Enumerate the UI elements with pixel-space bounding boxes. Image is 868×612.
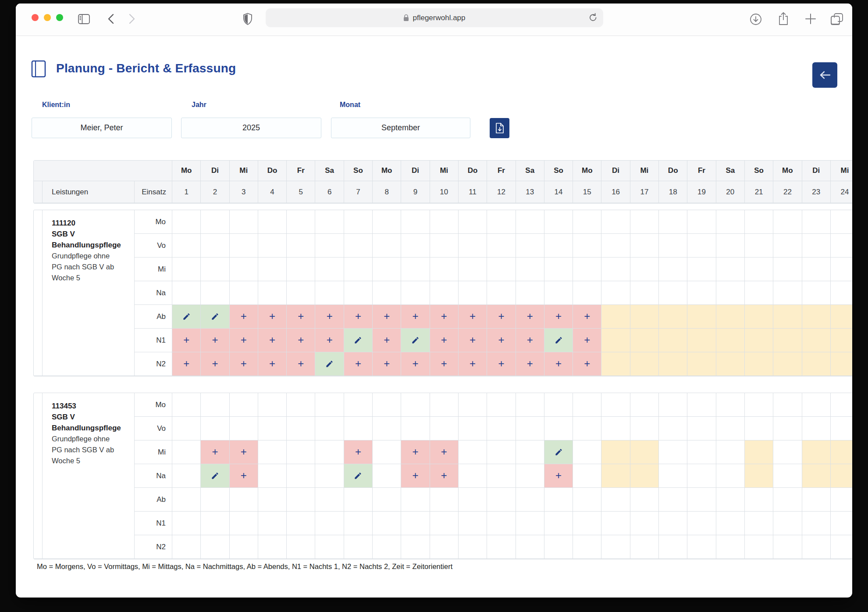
add-entry-cell-N2-day-1[interactable]: + xyxy=(172,352,201,376)
year-select[interactable]: 2025 xyxy=(181,118,321,138)
plus-icon: + xyxy=(470,311,476,322)
zoom-window-button[interactable] xyxy=(56,14,63,21)
edit-entry-cell-N1-day-14[interactable] xyxy=(544,329,573,352)
add-entry-cell-Mi-day-7[interactable]: + xyxy=(344,440,373,464)
empty-cell-Ab-day-21 xyxy=(745,488,773,512)
add-entry-cell-Mi-day-2[interactable]: + xyxy=(201,440,229,464)
empty-cell-Vo-day-14 xyxy=(544,417,573,440)
share-icon[interactable] xyxy=(778,12,789,26)
tab-overview-icon[interactable] xyxy=(830,13,843,25)
plus-icon: + xyxy=(183,335,189,346)
add-entry-cell-Ab-day-12[interactable]: + xyxy=(487,305,516,329)
edit-entry-cell-N1-day-7[interactable] xyxy=(344,329,373,352)
empty-cell-Ab-day-14 xyxy=(544,488,573,512)
add-entry-cell-N2-day-5[interactable]: + xyxy=(287,352,315,376)
add-entry-cell-Mi-day-10[interactable]: + xyxy=(430,440,459,464)
add-entry-cell-Ab-day-14[interactable]: + xyxy=(544,305,573,329)
sidebar-toggle-icon[interactable] xyxy=(78,14,90,24)
add-entry-cell-N2-day-2[interactable]: + xyxy=(201,352,229,376)
downloads-icon[interactable] xyxy=(750,13,762,25)
add-entry-cell-Ab-day-11[interactable]: + xyxy=(459,305,487,329)
add-entry-cell-N2-day-11[interactable]: + xyxy=(459,352,487,376)
add-entry-cell-N2-day-8[interactable]: + xyxy=(373,352,401,376)
empty-cell-Na-day-12 xyxy=(487,464,516,488)
reload-icon[interactable] xyxy=(589,13,598,25)
add-entry-cell-Mi-day-9[interactable]: + xyxy=(401,440,430,464)
browser-back-icon[interactable] xyxy=(108,14,114,24)
edit-entry-cell-Na-day-2[interactable] xyxy=(201,464,229,488)
browser-forward-icon[interactable] xyxy=(129,14,135,24)
add-entry-cell-N1-day-6[interactable]: + xyxy=(315,329,344,352)
empty-cell-Ab-day-23 xyxy=(802,488,831,512)
add-entry-cell-Ab-day-8[interactable]: + xyxy=(373,305,401,329)
einsatz-row-label-Mo: Mo xyxy=(135,210,172,234)
export-report-button[interactable] xyxy=(490,118,509,138)
add-entry-cell-N2-day-9[interactable]: + xyxy=(401,352,430,376)
add-entry-cell-N2-day-10[interactable]: + xyxy=(430,352,459,376)
close-window-button[interactable] xyxy=(32,14,39,21)
edit-entry-cell-N2-day-6[interactable] xyxy=(315,352,344,376)
add-entry-cell-N2-day-12[interactable]: + xyxy=(487,352,516,376)
add-entry-cell-N1-day-2[interactable]: + xyxy=(201,329,229,352)
day-number-header-4: 4 xyxy=(258,181,287,203)
empty-cell-Mo-day-11 xyxy=(459,393,487,417)
client-select[interactable]: Meier, Peter xyxy=(32,118,172,138)
add-entry-cell-Na-day-9[interactable]: + xyxy=(401,464,430,488)
add-entry-cell-N1-day-15[interactable]: + xyxy=(573,329,601,352)
add-entry-cell-N1-day-8[interactable]: + xyxy=(373,329,401,352)
address-bar[interactable]: pflegerwohl.app xyxy=(266,8,603,27)
empty-cell-Vo-day-19 xyxy=(687,234,716,258)
add-entry-cell-Ab-day-3[interactable]: + xyxy=(230,305,258,329)
einsatz-row-label-Mi: Mi xyxy=(135,440,172,464)
document-download-icon xyxy=(495,122,504,134)
add-entry-cell-N1-day-1[interactable]: + xyxy=(172,329,201,352)
add-entry-cell-Ab-day-5[interactable]: + xyxy=(287,305,315,329)
empty-cell-Ab-day-19 xyxy=(687,488,716,512)
add-entry-cell-N1-day-5[interactable]: + xyxy=(287,329,315,352)
add-entry-cell-N1-day-13[interactable]: + xyxy=(516,329,544,352)
add-entry-cell-Na-day-3[interactable]: + xyxy=(230,464,258,488)
minimize-window-button[interactable] xyxy=(44,14,51,21)
empty-cell-Mi-day-12 xyxy=(487,440,516,464)
block-row-handle xyxy=(34,210,43,376)
empty-cell-N2-day-9 xyxy=(401,535,430,559)
edit-entry-cell-Ab-day-2[interactable] xyxy=(201,305,229,329)
add-entry-cell-Ab-day-6[interactable]: + xyxy=(315,305,344,329)
service-subtitle-line: Woche 5 xyxy=(52,272,80,283)
add-entry-cell-Ab-day-10[interactable]: + xyxy=(430,305,459,329)
edit-entry-cell-Ab-day-1[interactable] xyxy=(172,305,201,329)
empty-cell-Mi-day-6 xyxy=(315,258,344,281)
add-entry-cell-N1-day-10[interactable]: + xyxy=(430,329,459,352)
add-entry-cell-Ab-day-9[interactable]: + xyxy=(401,305,430,329)
edit-entry-cell-Na-day-7[interactable] xyxy=(344,464,373,488)
privacy-shield-icon[interactable] xyxy=(243,13,253,25)
add-entry-cell-N2-day-7[interactable]: + xyxy=(344,352,373,376)
planned-cell-Na-day-17 xyxy=(630,464,659,488)
add-entry-cell-N2-day-13[interactable]: + xyxy=(516,352,544,376)
add-entry-cell-Na-day-14[interactable]: + xyxy=(544,464,573,488)
edit-entry-cell-Mi-day-14[interactable] xyxy=(544,440,573,464)
service-subtitle-line: Woche 5 xyxy=(52,455,80,466)
add-entry-cell-N1-day-12[interactable]: + xyxy=(487,329,516,352)
add-entry-cell-Ab-day-13[interactable]: + xyxy=(516,305,544,329)
weekday-header-day-7: So xyxy=(344,161,373,181)
add-entry-cell-Mi-day-3[interactable]: + xyxy=(230,440,258,464)
add-entry-cell-N1-day-3[interactable]: + xyxy=(230,329,258,352)
month-select[interactable]: September xyxy=(331,118,470,138)
empty-cell-Mo-day-16 xyxy=(601,393,630,417)
edit-entry-cell-N1-day-9[interactable] xyxy=(401,329,430,352)
add-entry-cell-N1-day-4[interactable]: + xyxy=(258,329,287,352)
empty-cell-Mo-day-13 xyxy=(516,210,544,234)
add-entry-cell-N2-day-4[interactable]: + xyxy=(258,352,287,376)
add-entry-cell-Ab-day-7[interactable]: + xyxy=(344,305,373,329)
back-button[interactable] xyxy=(812,62,837,88)
add-entry-cell-N2-day-3[interactable]: + xyxy=(230,352,258,376)
new-tab-icon[interactable] xyxy=(805,13,816,25)
add-entry-cell-N2-day-15[interactable]: + xyxy=(573,352,601,376)
add-entry-cell-Ab-day-15[interactable]: + xyxy=(573,305,601,329)
add-entry-cell-Ab-day-4[interactable]: + xyxy=(258,305,287,329)
add-entry-cell-Na-day-10[interactable]: + xyxy=(430,464,459,488)
add-entry-cell-N2-day-14[interactable]: + xyxy=(544,352,573,376)
add-entry-cell-N1-day-11[interactable]: + xyxy=(459,329,487,352)
weekday-header-day-20: Sa xyxy=(716,161,745,181)
